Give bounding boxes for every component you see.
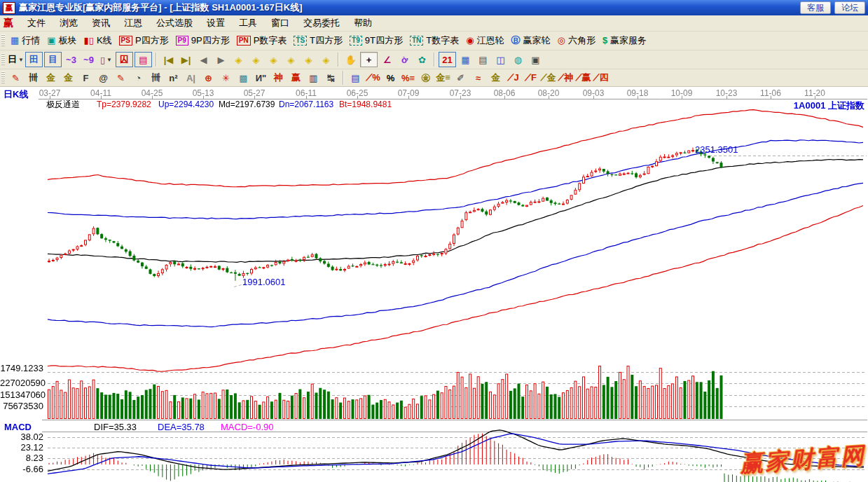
gold-ruler-tool[interactable]: 金 <box>43 71 59 85</box>
gold-angle-tool[interactable]: ⟋金 <box>540 71 556 85</box>
gold-lines-tool[interactable]: 金≡ <box>435 71 451 85</box>
computer-tool[interactable]: ▣ <box>528 53 544 67</box>
scroll-right-diamond[interactable]: ◈ <box>248 53 264 67</box>
menu-item-window[interactable]: 窗口 <box>264 16 296 29</box>
menu-item-browse[interactable]: 浏览 <box>53 16 85 29</box>
mirror-tool[interactable]: A| <box>183 71 199 85</box>
macd-axis-3: 8.23 <box>0 453 43 463</box>
scroll-left-diamond[interactable]: ◈ <box>230 53 247 67</box>
menu-item-file[interactable]: 文件 <box>20 16 53 29</box>
gann-frame-tool[interactable]: ờ <box>397 53 413 67</box>
t-number-table-button[interactable]: TNT数字表 <box>406 33 462 48</box>
gann-wheel-button[interactable]: ◉江恩轮 <box>462 33 507 48</box>
target-circle-tool[interactable]: ⊕ <box>200 71 216 85</box>
prev-bar-button[interactable]: ◀ <box>195 53 212 67</box>
notes-tool[interactable]: ▤ <box>475 53 491 67</box>
angle-quote-tool[interactable]: И" <box>253 71 269 85</box>
calendar-tool[interactable]: 21 <box>439 52 456 67</box>
calculator-tool[interactable]: ▦ <box>457 53 474 67</box>
kline-button[interactable]: ▮▯K线 <box>81 33 116 48</box>
toolbar-grip[interactable] <box>1 53 5 66</box>
four-angle-tool[interactable]: ⟋四 <box>593 71 609 85</box>
brain-tool[interactable]: ✿ <box>414 53 430 67</box>
toolbar-navigation: 日▼田目~3~9▯▼囚▤|◀▶|◀▶◈◈◈◈◈◈✋+∠ờ✿21▦▤◫◍▣ <box>0 50 868 69</box>
ying-angle-tool[interactable]: ⟋赢 <box>575 71 591 85</box>
winner-wheel-button[interactable]: Ⓑ赢家轮 <box>508 33 554 48</box>
date-tick-label: 05-13 <box>193 88 214 98</box>
menu-item-formula-stock-pick[interactable]: 公式选股 <box>149 16 200 29</box>
gann-knife-tool[interactable]: ✎ <box>8 71 24 85</box>
line3-icon[interactable]: ~3 <box>63 53 79 67</box>
width-arrow-tool[interactable]: ↹ <box>323 71 339 85</box>
percent-slash-tool[interactable]: ⟋% <box>365 71 381 85</box>
macd-macd-value: MACD=-0.90 <box>221 422 274 432</box>
gold-ruler2-tool[interactable]: 金 <box>60 71 76 85</box>
spiral-tool[interactable]: @ <box>95 71 111 85</box>
ruler2-tool[interactable]: 卌 <box>148 71 164 85</box>
period-day-selector[interactable]: 日▼ <box>8 53 24 67</box>
p-square-button[interactable]: PSP四方形 <box>116 33 172 48</box>
menu-item-tools[interactable]: 工具 <box>232 16 264 29</box>
forum-button[interactable]: 论坛 <box>834 1 865 14</box>
line9-icon[interactable]: ~9 <box>81 53 97 67</box>
grid-123-tool[interactable]: ▥ <box>305 71 322 85</box>
date-tick-label: 10-23 <box>716 88 738 98</box>
first-bar-button[interactable]: |◀ <box>160 53 177 67</box>
shen-ruler-tool[interactable]: 神 <box>270 71 287 85</box>
star-web-tool[interactable]: ✳ <box>218 71 234 85</box>
zoom-all-diamond[interactable]: ◈ <box>318 53 334 67</box>
save-tool[interactable]: ◫ <box>492 53 509 67</box>
zoom-v-diamond[interactable]: ◈ <box>301 53 317 67</box>
shen-angle-tool[interactable]: ⟋神 <box>558 71 574 85</box>
gold-circle-tool[interactable]: ㊎ <box>418 71 434 85</box>
hexagon-button[interactable]: ◎六角形 <box>554 33 599 48</box>
menu-item-news[interactable]: 资讯 <box>85 16 117 29</box>
theme-icon[interactable]: 囚 <box>116 52 133 67</box>
toolbar-grip[interactable] <box>1 71 5 84</box>
ruler-tool[interactable]: 卌 <box>25 71 41 85</box>
t-square-button[interactable]: TST四方形 <box>290 33 346 48</box>
wave-tool[interactable]: ≈ <box>470 71 486 85</box>
zoom-in-diamond[interactable]: ◈ <box>283 53 299 67</box>
hand-tool[interactable]: ✋ <box>343 53 359 67</box>
9t-square-button[interactable]: T99T四方形 <box>346 33 406 48</box>
f-ruler-tool[interactable]: F <box>78 71 94 85</box>
next-bar-button[interactable]: ▶ <box>213 53 229 67</box>
p-number-table-button[interactable]: PNP数字表 <box>233 33 291 48</box>
menu-item-settings[interactable]: 设置 <box>200 16 232 29</box>
menu-item-help[interactable]: 帮助 <box>347 16 379 29</box>
toolbar-grip[interactable] <box>1 34 5 47</box>
ying-ruler-tool[interactable]: 赢 <box>288 71 304 85</box>
candle-style-selector[interactable]: ▯▼ <box>98 53 114 67</box>
customer-service-button[interactable]: 客服 <box>800 1 831 14</box>
menu-item-gann[interactable]: 江恩 <box>117 16 149 29</box>
percent-tool[interactable]: % <box>383 71 399 85</box>
menu-item-trade-order[interactable]: 交易委托 <box>296 16 347 29</box>
grid-web-tool[interactable]: ▩ <box>235 71 252 85</box>
brush-tool[interactable]: ✐ <box>453 71 469 85</box>
web-mail-tool[interactable]: ◍ <box>510 53 526 67</box>
zoom-out-h-diamond[interactable]: ◈ <box>266 53 282 67</box>
percent-lines-tool[interactable]: %≡ <box>400 71 416 85</box>
date-tick-label: 04-25 <box>142 88 163 98</box>
j-angle-tool[interactable]: ⟋J <box>505 71 521 85</box>
last-bar-button[interactable]: ▶| <box>178 53 194 67</box>
crosshair-tool[interactable]: + <box>360 52 378 67</box>
percent-list-tool[interactable]: ▤ <box>347 71 364 85</box>
n-square-tool[interactable]: n² <box>165 71 181 85</box>
gann-clock-tool[interactable]: ◔ <box>130 71 146 85</box>
title-bar[interactable]: 赢 赢家江恩专业版[赢家内部服务平台] - [上证指数 SH1A0001-167… <box>0 0 868 15</box>
f-angle-tool[interactable]: ⟋F <box>523 71 539 85</box>
chart-net-icon[interactable]: 田 <box>25 52 43 67</box>
winner-service-button[interactable]: $赢家服务 <box>599 33 650 48</box>
gold-box-tool[interactable]: 金 <box>488 71 504 85</box>
quotes-button[interactable]: ▦行情 <box>7 33 43 48</box>
high-price-annotation: 2351.3501 <box>695 145 738 155</box>
color-chart-icon[interactable]: ▤ <box>135 52 152 67</box>
winner-service-label: 赢家服务 <box>610 34 647 47</box>
knife-ruler-tool[interactable]: ✎ <box>113 71 129 85</box>
info-list-icon[interactable]: 目 <box>44 52 62 67</box>
angle-measure-tool[interactable]: ∠ <box>379 53 395 67</box>
9p-square-button[interactable]: P99P四方形 <box>172 33 233 48</box>
sectors-button[interactable]: ▣板块 <box>43 33 80 48</box>
